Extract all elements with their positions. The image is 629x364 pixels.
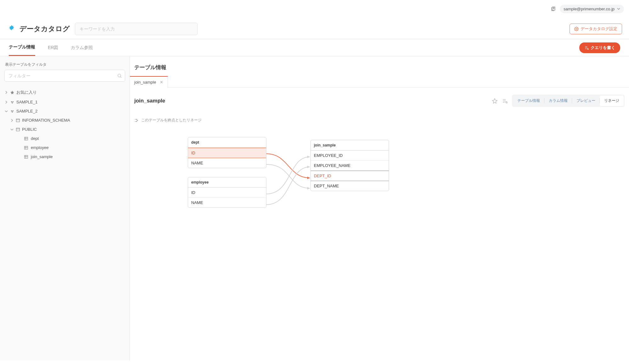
chevron-right-icon	[4, 101, 8, 104]
column-employee-id[interactable]: ID	[188, 188, 266, 198]
svg-marker-19	[307, 177, 310, 179]
view-tab-column-info[interactable]: カラム情報	[544, 96, 572, 106]
sidebar-table-employee[interactable]: employee	[4, 143, 125, 152]
view-tab-preview[interactable]: プレビュー	[572, 96, 600, 106]
column-target-dept-name[interactable]: DEPT_NAME	[311, 181, 389, 191]
snowflake-icon	[7, 24, 16, 34]
sidebar-table-dept[interactable]: dept	[4, 134, 125, 143]
svg-rect-13	[25, 137, 28, 140]
table-icon	[24, 155, 28, 159]
database-icon	[10, 100, 14, 104]
content: テーブル情報 join_sample ✕ join_sample テーブル情報 …	[130, 56, 629, 361]
nav-tab-er[interactable]: ER図	[48, 40, 58, 56]
sidebar-db-sample1[interactable]: SAMPLE_1	[4, 97, 125, 107]
svg-point-10	[12, 111, 13, 113]
svg-point-4	[118, 74, 121, 77]
app-logo: データカタログ	[7, 24, 70, 34]
svg-marker-21	[307, 156, 310, 158]
svg-rect-11	[16, 119, 20, 122]
svg-point-8	[11, 110, 12, 112]
star-icon	[10, 90, 14, 95]
svg-marker-20	[307, 187, 310, 190]
view-tab-table-info[interactable]: テーブル情報	[513, 96, 544, 106]
column-target-dept-id[interactable]: DEPT_ID	[311, 171, 389, 181]
column-dept-name[interactable]: NAME	[188, 158, 266, 168]
write-query-button[interactable]: クエリを書く	[579, 42, 620, 53]
table-icon	[24, 146, 28, 150]
table-icon	[24, 136, 28, 141]
svg-point-9	[13, 110, 14, 112]
chevron-down-icon	[4, 110, 8, 113]
view-tab-lineage[interactable]: リネージ	[600, 96, 624, 106]
column-target-employee-name[interactable]: EMPLOYEE_NAME	[311, 161, 389, 171]
close-icon[interactable]: ✕	[160, 80, 163, 85]
search-input[interactable]	[75, 23, 198, 35]
column-employee-name[interactable]: NAME	[188, 198, 266, 207]
chevron-right-icon	[10, 119, 14, 122]
view-tabs: テーブル情報 カラム情報 プレビュー リネージ	[512, 95, 625, 107]
svg-rect-14	[25, 146, 28, 149]
user-menu[interactable]: sample@primenumber.co.jp	[560, 5, 624, 13]
lineage-icon	[134, 118, 139, 123]
schema-icon	[16, 127, 20, 132]
open-tab[interactable]: join_sample ✕	[130, 76, 168, 88]
lineage-table-dept[interactable]: dept ID NAME	[188, 137, 266, 168]
lineage-table-join-sample[interactable]: join_sample EMPLOYEE_ID EMPLOYEE_NAME DE…	[310, 140, 389, 191]
app-title: データカタログ	[19, 24, 70, 34]
svg-rect-15	[25, 155, 28, 158]
svg-point-5	[11, 101, 12, 102]
catalog-settings-button[interactable]: データカタログ設定	[570, 24, 622, 34]
svg-point-7	[12, 102, 13, 103]
nav-tab-table-info[interactable]: テーブル情報	[9, 39, 35, 56]
filter-input[interactable]	[4, 70, 125, 82]
filter-title: 表示テーブルをフィルタ	[4, 62, 125, 67]
sidebar-favorites[interactable]: お気に入り	[4, 87, 125, 97]
star-outline-icon[interactable]	[492, 98, 498, 104]
nav-tab-column-ref[interactable]: カラム参照	[71, 40, 93, 56]
section-title: テーブル情報	[130, 64, 629, 76]
sidebar: 表示テーブルをフィルタ お気に入り SAMPLE_1 SAMPLE_2 INFO…	[0, 56, 130, 361]
sidebar-table-join-sample[interactable]: join_sample	[4, 152, 125, 161]
column-target-employee-id[interactable]: EMPLOYEE_ID	[311, 151, 389, 161]
svg-rect-12	[16, 128, 20, 131]
svg-text:?: ?	[553, 7, 554, 9]
sidebar-schema-information[interactable]: INFORMATION_SCHEMA	[4, 116, 125, 125]
sidebar-db-sample2[interactable]: SAMPLE_2	[4, 107, 125, 116]
sidebar-schema-public[interactable]: PUBLIC	[4, 125, 125, 134]
lineage-note: このテーブルを終点としたリネージ	[130, 114, 629, 129]
help-doc-icon[interactable]: ?	[551, 6, 556, 11]
chevron-right-icon	[4, 91, 8, 94]
lineage-table-employee[interactable]: employee ID NAME	[188, 177, 266, 208]
search-list-icon[interactable]	[502, 98, 508, 104]
chevron-down-icon	[617, 7, 620, 10]
svg-marker-22	[307, 166, 310, 168]
chevron-down-icon	[10, 128, 14, 131]
column-dept-id[interactable]: ID	[188, 148, 266, 158]
gear-icon	[574, 27, 579, 31]
schema-icon	[16, 118, 20, 123]
lineage-canvas[interactable]: dept ID NAME employee ID NAME join_sampl…	[134, 135, 625, 249]
query-icon	[584, 46, 589, 50]
database-icon	[10, 109, 14, 113]
user-email: sample@primenumber.co.jp	[564, 7, 615, 11]
search-icon	[117, 73, 122, 78]
svg-point-6	[13, 101, 14, 102]
svg-point-2	[576, 28, 577, 30]
detail-title: join_sample	[134, 98, 487, 104]
